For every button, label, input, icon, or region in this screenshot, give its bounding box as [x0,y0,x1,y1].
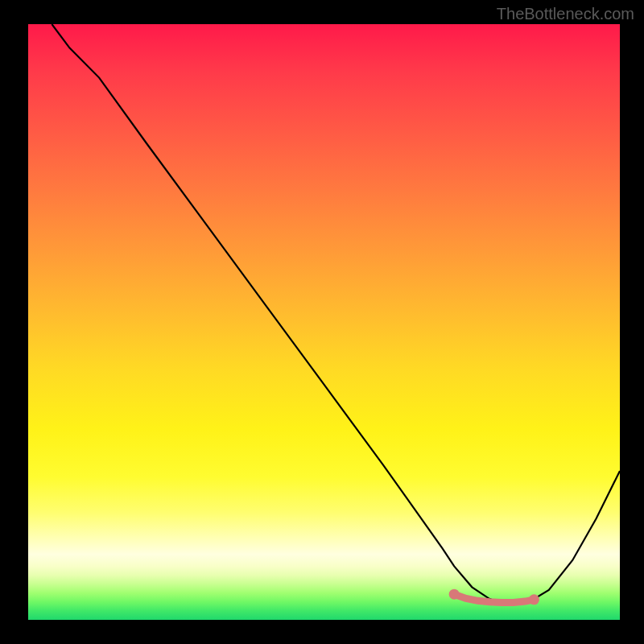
chart-plot-area [28,24,620,620]
optimal-right-marker [529,594,539,605]
optimal-region-path [454,594,534,602]
optimal-left-marker [449,589,460,600]
watermark-text: TheBottleneck.com [497,5,634,23]
chart-svg [28,24,620,620]
bottleneck-curve-path [52,24,620,603]
